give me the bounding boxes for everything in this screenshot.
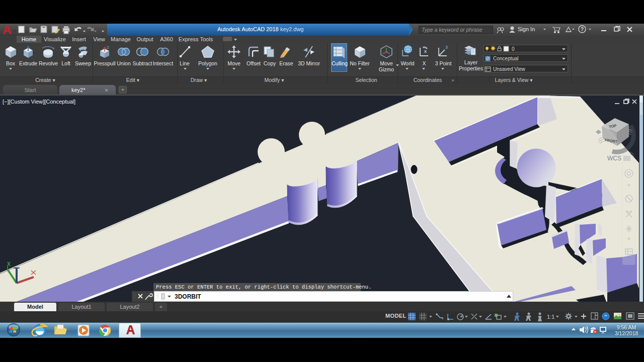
svg-text:x: x bbox=[424, 49, 427, 54]
svg-text:3DORBIT: 3DORBIT bbox=[175, 293, 201, 300]
svg-text:?: ? bbox=[581, 27, 584, 32]
svg-text:WCS: WCS bbox=[607, 155, 621, 162]
svg-text:Conceptual: Conceptual bbox=[493, 56, 519, 61]
svg-text:[−][Custom View][Conceptual]: [−][Custom View][Conceptual] bbox=[3, 99, 75, 105]
svg-text:1:1: 1:1 bbox=[547, 314, 554, 320]
svg-text:3: 3 bbox=[445, 45, 448, 50]
svg-text:Sign In: Sign In bbox=[518, 26, 535, 32]
svg-text:Unsaved View: Unsaved View bbox=[493, 66, 526, 72]
svg-text:0: 0 bbox=[512, 46, 515, 52]
